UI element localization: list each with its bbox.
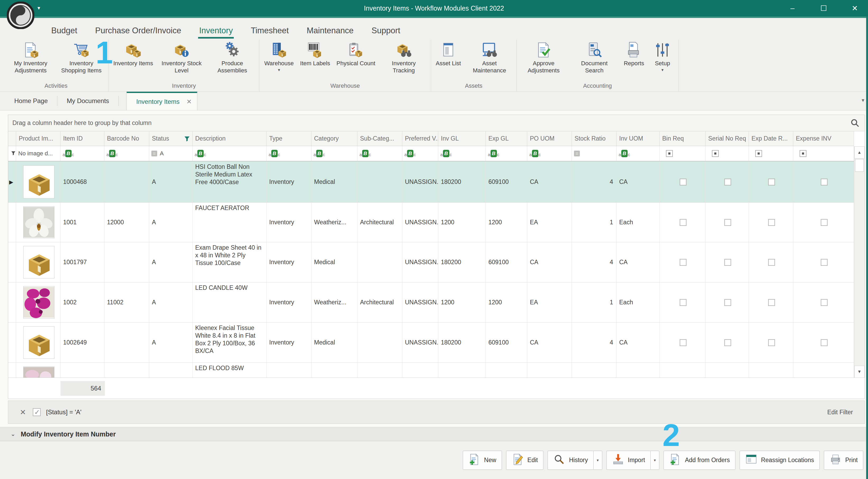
cell-po_uom[interactable]: EA: [527, 282, 572, 322]
column-header-status[interactable]: Status: [149, 131, 192, 146]
column-header-bin_req[interactable]: Bin Req: [659, 131, 706, 146]
cell-preferred_vendor[interactable]: [402, 363, 438, 378]
serial_no_req-checkbox[interactable]: [724, 299, 731, 306]
cell-stock_ratio[interactable]: 4: [572, 323, 617, 362]
cell-barcode[interactable]: [104, 161, 149, 202]
new-button[interactable]: New: [463, 451, 502, 470]
menu-tab-support[interactable]: Support: [363, 22, 409, 40]
cell-type[interactable]: Inventory: [267, 242, 311, 282]
cell-category[interactable]: Weatheriz...: [311, 203, 358, 242]
app-menu-caret-icon[interactable]: ▾: [37, 5, 40, 11]
cell-item_id[interactable]: [61, 363, 104, 378]
product-image[interactable]: [16, 282, 61, 322]
history-dropdown-caret-icon[interactable]: ▾: [593, 451, 602, 470]
table-row-1001[interactable]: 100112000AFAUCET AERATORInventoryWeather…: [8, 203, 854, 242]
cell-inv_gl[interactable]: 180200: [438, 323, 486, 362]
cell-barcode[interactable]: [104, 242, 149, 282]
filter-enabled-checkbox[interactable]: [33, 408, 41, 416]
clear-filter-icon[interactable]: ✕: [20, 408, 26, 417]
column-header-type[interactable]: Type: [267, 131, 311, 146]
cell-barcode[interactable]: [104, 363, 149, 378]
column-header-serial_no_req[interactable]: Serial No Req: [706, 131, 749, 146]
reassign-locations-button[interactable]: Reassign Locations: [740, 451, 820, 470]
cell-preferred_vendor[interactable]: UNASSIGN...: [402, 161, 438, 202]
scroll-down-icon[interactable]: ▼: [854, 366, 865, 378]
filter-cell-inv_uom[interactable]: aBc: [617, 146, 659, 161]
cell-inv_uom[interactable]: [617, 363, 659, 378]
cell-serial_no_req-checkbox[interactable]: [706, 363, 749, 378]
cell-inv_uom[interactable]: CA: [617, 323, 659, 362]
serial_no_req-checkbox[interactable]: [724, 219, 731, 226]
ribbon-item-asset-maintenance[interactable]: Asset Maintenance: [464, 42, 515, 74]
cell-inv_uom[interactable]: CA: [617, 242, 659, 282]
filter-cell-description[interactable]: aBc: [192, 146, 267, 161]
filter-cell-stock_ratio[interactable]: =: [572, 146, 617, 161]
cell-description[interactable]: Kleenex Facial Tissue White 8.4 in x 8 i…: [192, 323, 267, 362]
ribbon-item-item-labels[interactable]: Item Labels: [297, 42, 333, 67]
cell-type[interactable]: Inventory: [267, 282, 311, 322]
cell-type[interactable]: Inventory: [267, 203, 311, 242]
exp_date_req-checkbox[interactable]: [768, 259, 775, 266]
column-header-img[interactable]: Product Im...: [16, 131, 61, 146]
expense_inv-checkbox[interactable]: [821, 339, 828, 346]
filter-cell-type[interactable]: aBc: [267, 146, 311, 161]
ribbon-item-document-search[interactable]: Document Search: [569, 42, 620, 74]
cell-description[interactable]: Exam Drape Sheet 40 in x 48 in White 2 P…: [192, 242, 267, 282]
expense_inv-checkbox[interactable]: [821, 299, 828, 306]
row-indicator[interactable]: [8, 203, 16, 242]
column-header-preferred_vendor[interactable]: Preferred V...: [402, 131, 438, 146]
expense_inv-checkbox[interactable]: [821, 179, 828, 185]
cell-inv_gl[interactable]: 180200: [438, 161, 486, 202]
filter-cell-sub_category[interactable]: aBc: [358, 146, 402, 161]
cell-description[interactable]: FAUCET AERATOR: [192, 203, 267, 242]
cell-expense_inv-checkbox[interactable]: [793, 203, 854, 242]
menu-tab-timesheet[interactable]: Timesheet: [242, 22, 298, 40]
print-button[interactable]: Print: [824, 451, 863, 470]
cell-bin_req-checkbox[interactable]: [659, 363, 706, 378]
column-header-indicator[interactable]: [8, 131, 16, 146]
cell-bin_req-checkbox[interactable]: [659, 242, 706, 282]
cell-type[interactable]: [267, 363, 311, 378]
cell-item_id[interactable]: 1002649: [61, 323, 104, 362]
cell-serial_no_req-checkbox[interactable]: [706, 242, 749, 282]
product-image[interactable]: [16, 161, 61, 202]
exp_date_req-checkbox[interactable]: [768, 179, 775, 185]
cell-item_id[interactable]: 1001: [61, 203, 104, 242]
bin_req-checkbox[interactable]: [680, 179, 686, 185]
history-button[interactable]: History: [548, 451, 593, 470]
column-header-stock_ratio[interactable]: Stock Ratio: [572, 131, 617, 146]
row-indicator[interactable]: [8, 363, 16, 378]
close-button[interactable]: ✕: [849, 4, 861, 13]
ribbon-item-setup[interactable]: Setup▾: [648, 42, 677, 72]
column-header-sub_category[interactable]: Sub-Categ...: [358, 131, 402, 146]
edit-filter-button[interactable]: Edit Filter: [827, 409, 853, 416]
cell-preferred_vendor[interactable]: UNASSIGN...: [402, 242, 438, 282]
cell-po_uom[interactable]: CA: [527, 242, 572, 282]
cell-exp_date_req-checkbox[interactable]: [749, 282, 793, 322]
cell-stock_ratio[interactable]: 1: [572, 282, 617, 322]
cell-sub_category[interactable]: [358, 161, 402, 202]
table-row-1002[interactable]: 100211002ALED CANDLE 40WInventoryWeather…: [8, 282, 854, 323]
cell-po_uom[interactable]: EA: [527, 203, 572, 242]
filter-cell-po_uom[interactable]: aBc: [527, 146, 572, 161]
row-indicator[interactable]: ▶: [8, 161, 16, 202]
table-row-1002649[interactable]: 1002649AKleenex Facial Tissue White 8.4 …: [8, 323, 854, 363]
cell-expense_inv-checkbox[interactable]: [793, 363, 854, 378]
bin_req-checkbox[interactable]: [680, 259, 686, 266]
cell-item_id[interactable]: 1001797: [61, 242, 104, 282]
scrollbar-thumb[interactable]: [855, 159, 864, 172]
cell-category[interactable]: Weatheriz...: [311, 282, 358, 322]
cell-description[interactable]: LED CANDLE 40W: [192, 282, 267, 322]
cell-barcode[interactable]: [104, 323, 149, 362]
cell-category[interactable]: Medical: [311, 242, 358, 282]
cell-stock_ratio[interactable]: [572, 363, 617, 378]
cell-serial_no_req-checkbox[interactable]: [706, 161, 749, 202]
group-by-bar[interactable]: Drag a column header here to group by th…: [8, 115, 865, 131]
table-row-1000468[interactable]: ▶1000468AHSI Cotton Ball Non Sterile Med…: [8, 161, 854, 203]
edit-button[interactable]: Edit: [506, 451, 544, 470]
cell-sub_category[interactable]: Architectural: [358, 203, 402, 242]
column-header-category[interactable]: Category: [311, 131, 358, 146]
filter-cell-expense_inv[interactable]: [793, 146, 854, 161]
cell-status[interactable]: A: [149, 242, 192, 282]
column-header-description[interactable]: Description: [192, 131, 267, 146]
